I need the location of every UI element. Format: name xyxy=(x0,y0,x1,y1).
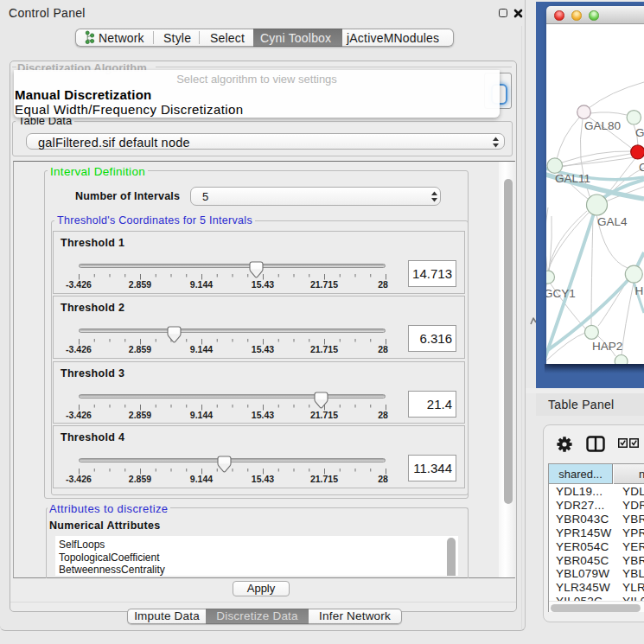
svg-text:HAP2: HAP2 xyxy=(592,340,622,353)
svg-text:H: H xyxy=(635,284,644,297)
svg-text:C: C xyxy=(639,161,644,174)
svg-text:GAL11: GAL11 xyxy=(555,172,590,185)
svg-text:GA: GA xyxy=(635,126,644,139)
svg-text:GCY1: GCY1 xyxy=(546,287,576,300)
svg-text:GAL4: GAL4 xyxy=(597,215,628,228)
svg-text:GAL80: GAL80 xyxy=(584,119,621,132)
